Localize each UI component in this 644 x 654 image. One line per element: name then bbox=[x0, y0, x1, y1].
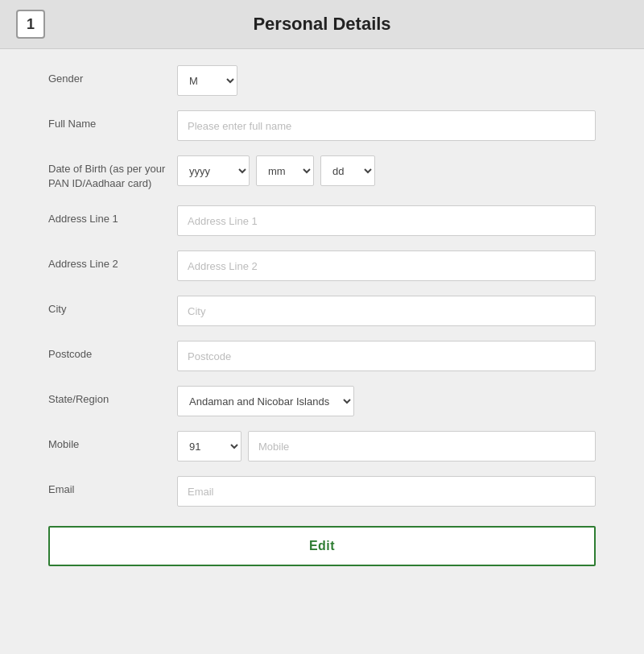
address1-control bbox=[177, 205, 596, 236]
dob-month-select[interactable]: mm bbox=[256, 155, 314, 186]
dob-row: Date of Birth (as per your PAN ID/Aadhaa… bbox=[48, 155, 596, 191]
postcode-row: Postcode bbox=[48, 341, 596, 371]
dob-year-select[interactable]: yyyy bbox=[177, 155, 250, 186]
fullname-input[interactable] bbox=[177, 110, 596, 141]
city-control bbox=[177, 296, 596, 326]
fullname-control bbox=[177, 110, 596, 141]
mobile-country-select[interactable]: 91 bbox=[177, 431, 242, 462]
mobile-control: 91 bbox=[177, 431, 596, 462]
city-input[interactable] bbox=[177, 296, 596, 326]
email-label: Email bbox=[48, 476, 177, 497]
page-title: Personal Details bbox=[61, 14, 583, 35]
fullname-label: Full Name bbox=[48, 110, 177, 131]
email-control bbox=[177, 476, 596, 507]
state-row: State/Region Andaman and Nicobar Islands… bbox=[48, 386, 596, 416]
state-select[interactable]: Andaman and Nicobar IslandsAndhra Prades… bbox=[177, 386, 354, 416]
postcode-control bbox=[177, 341, 596, 371]
address2-row: Address Line 2 bbox=[48, 250, 596, 281]
address2-control bbox=[177, 250, 596, 281]
address2-label: Address Line 2 bbox=[48, 250, 177, 271]
step-badge: 1 bbox=[16, 10, 45, 39]
form-body: Gender M F Other Full Name Date of Birth… bbox=[0, 49, 644, 590]
edit-button[interactable]: Edit bbox=[48, 526, 596, 566]
city-row: City bbox=[48, 296, 596, 326]
mobile-input[interactable] bbox=[248, 431, 596, 462]
mobile-row: Mobile 91 bbox=[48, 431, 596, 462]
address2-input[interactable] bbox=[177, 250, 596, 281]
gender-row: Gender M F Other bbox=[48, 65, 596, 96]
state-label: State/Region bbox=[48, 386, 177, 407]
form-header: 1 Personal Details bbox=[0, 0, 644, 49]
gender-label: Gender bbox=[48, 65, 177, 86]
postcode-input[interactable] bbox=[177, 341, 596, 371]
dob-control: yyyy mm dd bbox=[177, 155, 596, 186]
address1-row: Address Line 1 bbox=[48, 205, 596, 236]
mobile-label: Mobile bbox=[48, 431, 177, 452]
gender-control: M F Other bbox=[177, 65, 596, 96]
dob-day-select[interactable]: dd bbox=[320, 155, 375, 186]
city-label: City bbox=[48, 296, 177, 317]
fullname-row: Full Name bbox=[48, 110, 596, 141]
email-input[interactable] bbox=[177, 476, 596, 507]
email-row: Email bbox=[48, 476, 596, 507]
postcode-label: Postcode bbox=[48, 341, 177, 362]
state-control: Andaman and Nicobar IslandsAndhra Prades… bbox=[177, 386, 596, 416]
address1-input[interactable] bbox=[177, 205, 596, 236]
gender-select[interactable]: M F Other bbox=[177, 65, 237, 96]
dob-label: Date of Birth (as per your PAN ID/Aadhaa… bbox=[48, 155, 177, 191]
address1-label: Address Line 1 bbox=[48, 205, 177, 226]
